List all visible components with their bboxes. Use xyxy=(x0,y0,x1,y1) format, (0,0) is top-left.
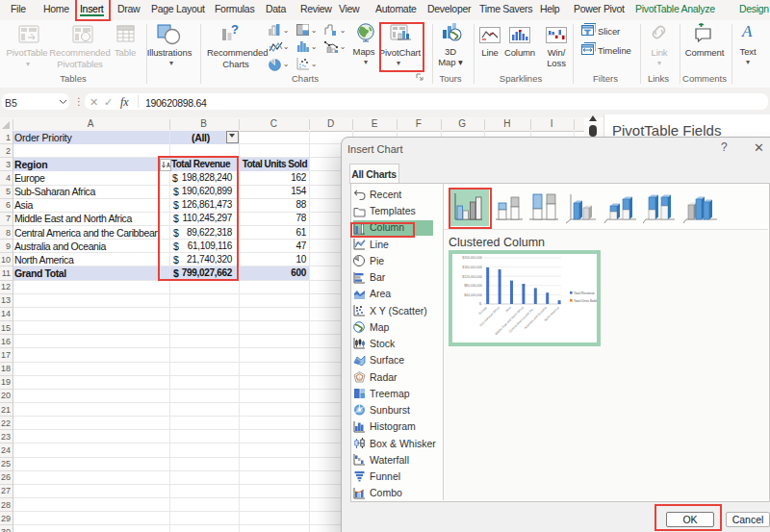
svg-text:Total Units Sold: Total Units Sold xyxy=(574,299,597,303)
svg-text:$80,000,000: $80,000,000 xyxy=(464,284,482,288)
svg-text:Asia: Asia xyxy=(504,306,511,313)
svg-text:Total Revenue: Total Revenue xyxy=(574,291,595,295)
svg-text:?: ? xyxy=(231,24,239,37)
svg-text:$160,000,000: $160,000,000 xyxy=(462,266,482,269)
svg-text:$200,000,000: $200,000,000 xyxy=(462,256,482,260)
svg-text:A: A xyxy=(741,22,753,39)
svg-text:$-: $- xyxy=(479,302,482,306)
svg-text:Europe: Europe xyxy=(478,306,488,316)
svg-text:$40,000,000: $40,000,000 xyxy=(464,293,482,297)
svg-text:$120,000,000: $120,000,000 xyxy=(462,275,482,279)
